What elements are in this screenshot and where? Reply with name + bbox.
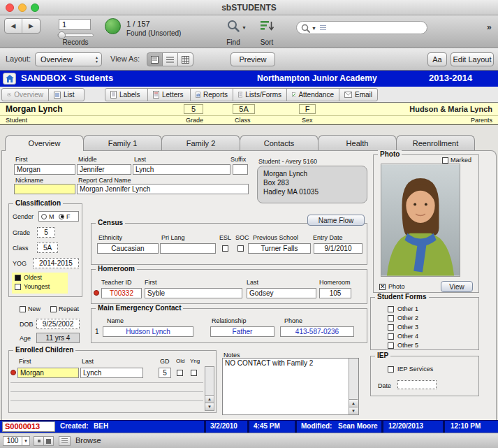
- other5-checkbox[interactable]: [388, 342, 394, 349]
- child-gd-field[interactable]: 5: [159, 368, 171, 378]
- child-old-checkbox[interactable]: [177, 370, 183, 376]
- scroll-up-icon[interactable]: ▲: [205, 395, 214, 403]
- entry-date-field[interactable]: 9/1/2010: [314, 243, 362, 254]
- tab-overview[interactable]: Overview: [5, 135, 84, 151]
- nav-overview-button[interactable]: Overview: [1, 88, 49, 101]
- student-photo[interactable]: [381, 164, 460, 277]
- mode-label[interactable]: Browse: [75, 436, 101, 445]
- address-line2: Box 283: [263, 178, 361, 187]
- iep-date-field[interactable]: [397, 380, 437, 389]
- previous-record-icon[interactable]: ◀: [5, 19, 22, 33]
- record-number-input[interactable]: 1: [59, 19, 91, 30]
- find-button[interactable]: Find: [219, 38, 247, 46]
- nav-reports-button[interactable]: Reports: [190, 88, 233, 101]
- soc-checkbox[interactable]: [237, 245, 244, 252]
- notes-field[interactable]: NO CONTACT with Family 2 ▲ ▼: [222, 358, 359, 415]
- dob-field[interactable]: 9/25/2002: [36, 319, 80, 329]
- view-list-button[interactable]: [162, 52, 178, 66]
- gender-male-radio[interactable]: [41, 214, 47, 219]
- other4-checkbox[interactable]: [388, 333, 394, 340]
- zoom-out-button[interactable]: [34, 436, 44, 446]
- middle-name-label: Middle: [78, 156, 97, 163]
- tab-reenrollment[interactable]: Reenrollment: [396, 135, 475, 150]
- relationship-field[interactable]: Father: [210, 326, 274, 337]
- sort-button[interactable]: Sort: [253, 38, 281, 46]
- name-flow-button[interactable]: Name Flow: [307, 215, 365, 226]
- iep-services-checkbox[interactable]: [388, 366, 394, 373]
- child-last-field[interactable]: Lynch: [80, 368, 143, 378]
- child-first-field[interactable]: Morgan: [17, 368, 79, 378]
- enrolled-list-scrollbar[interactable]: ▲ ▼: [205, 366, 214, 411]
- teacher-last-field[interactable]: Godsey: [247, 288, 316, 298]
- other1-checkbox[interactable]: [388, 306, 394, 312]
- next-record-icon[interactable]: ▶: [22, 19, 40, 33]
- quick-find-field[interactable]: ▼: [296, 21, 427, 34]
- nickname-field[interactable]: [14, 184, 75, 194]
- formatting-bar-button[interactable]: Aa: [427, 52, 447, 66]
- report-card-name-field[interactable]: Morgan Jennifer Lynch: [77, 184, 249, 194]
- find-icon[interactable]: [226, 19, 240, 33]
- first-name-field[interactable]: Morgan: [14, 164, 75, 175]
- youngest-checkbox[interactable]: [15, 284, 21, 290]
- record-flipbook[interactable]: ◀ ▶: [4, 18, 41, 34]
- mailing-address-field[interactable]: Morgan Lynch Box 283 Hadley MA 01035: [257, 166, 367, 203]
- pri-lang-field[interactable]: [160, 243, 216, 254]
- yog-field[interactable]: 2014-2015: [33, 258, 79, 268]
- zoom-level[interactable]: 100: [3, 436, 22, 446]
- grade-field[interactable]: 5: [37, 227, 55, 238]
- previous-school-field[interactable]: Turner Falls: [248, 243, 311, 254]
- nav-attendance-button[interactable]: Attendance: [286, 88, 339, 101]
- marked-checkbox[interactable]: [442, 157, 448, 164]
- view-form-button[interactable]: [147, 52, 163, 66]
- emergency-phone-field[interactable]: 413-587-0236: [280, 326, 354, 337]
- preview-button[interactable]: Preview: [230, 52, 275, 66]
- emergency-name-field[interactable]: Hudson Lynch: [103, 326, 193, 337]
- search-menu-caret-icon[interactable]: ▼: [312, 26, 316, 31]
- nav-labels-button[interactable]: Labels: [105, 88, 148, 101]
- view-table-button[interactable]: [177, 52, 193, 66]
- suffix-field[interactable]: [233, 164, 248, 175]
- edit-layout-button[interactable]: Edit Layout: [451, 52, 494, 66]
- middle-name-field[interactable]: Jennifer: [77, 164, 131, 175]
- teacher-first-field[interactable]: Syble: [145, 288, 242, 298]
- notes-scroll-down-icon[interactable]: ▼: [349, 407, 358, 414]
- layout-dropdown[interactable]: Overview ▲▼: [35, 52, 102, 66]
- view-photo-button[interactable]: View: [441, 281, 473, 292]
- sort-icon[interactable]: [260, 20, 274, 32]
- tab-health[interactable]: Health: [318, 135, 397, 150]
- toolbar-overflow-chevron[interactable]: »: [487, 22, 492, 32]
- nav-email-button[interactable]: Email: [339, 88, 378, 101]
- record-slider[interactable]: [57, 34, 94, 37]
- class-field[interactable]: 5A: [37, 243, 58, 253]
- status-toolbar-toggle-button[interactable]: [59, 436, 71, 446]
- new-checkbox[interactable]: [20, 306, 26, 312]
- esl-checkbox[interactable]: [222, 245, 228, 252]
- found-set-pie-icon[interactable]: [105, 18, 121, 34]
- repeat-checkbox[interactable]: [50, 306, 57, 312]
- photo-checkbox[interactable]: ✕: [379, 284, 386, 290]
- other2-checkbox[interactable]: [388, 315, 394, 321]
- zoom-in-button[interactable]: [43, 436, 54, 446]
- home-button[interactable]: [3, 73, 16, 85]
- nav-list-button[interactable]: List: [48, 88, 85, 101]
- child-yng-checkbox[interactable]: [191, 370, 197, 376]
- gender-female-radio[interactable]: [59, 214, 64, 219]
- tab-family1[interactable]: Family 1: [83, 135, 162, 150]
- other3-checkbox[interactable]: [388, 324, 394, 331]
- homeroom-field[interactable]: 105: [319, 288, 351, 298]
- saved-finds-icon[interactable]: [320, 25, 326, 31]
- notes-scroll-up-icon[interactable]: ▲: [349, 399, 358, 407]
- tab-family2[interactable]: Family 2: [161, 135, 240, 150]
- notes-scrollbar[interactable]: ▲ ▼: [349, 359, 358, 414]
- tab-contacts[interactable]: Contacts: [240, 135, 318, 150]
- nav-listsforms-button[interactable]: Lists/Forms: [233, 88, 287, 101]
- zoom-caret-icon[interactable]: ▼: [22, 436, 30, 446]
- ethnicity-field[interactable]: Caucasian: [97, 243, 159, 254]
- scroll-down-icon[interactable]: ▼: [205, 403, 214, 410]
- oldest-checkbox[interactable]: [15, 275, 21, 281]
- last-name-field[interactable]: Lynch: [133, 164, 230, 175]
- quick-find-input[interactable]: [329, 22, 424, 33]
- nav-letters-button[interactable]: Letters: [147, 88, 191, 101]
- find-menu-caret-icon[interactable]: ▼: [242, 25, 247, 30]
- teacher-id-field[interactable]: T00332: [101, 288, 142, 298]
